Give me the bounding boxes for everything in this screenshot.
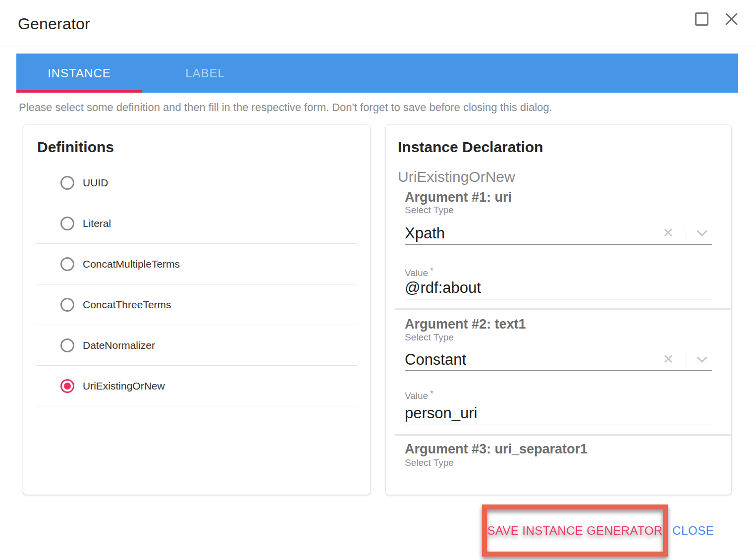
argument-1-heading: Argument #1: uri (405, 190, 512, 205)
argument-section-divider (395, 434, 731, 436)
required-asterisk: * (430, 266, 433, 276)
argument-2-value-label: Value* (405, 389, 433, 401)
select-divider (686, 225, 686, 241)
argument-3-select-type-label: Select Type (405, 457, 454, 468)
maximize-icon[interactable] (695, 12, 708, 26)
definition-option-datenormalizer[interactable]: DateNormalizer (36, 325, 357, 366)
definition-option-uriexistingornew[interactable]: UriExistingOrNew (36, 366, 357, 406)
argument-3-heading: Argument #3: uri_separator1 (405, 442, 588, 457)
argument-2-type-value: Constant (405, 351, 662, 369)
definition-label: UriExistingOrNew (83, 380, 165, 392)
save-instance-generator-button[interactable]: SAVE INSTANCE GENERATOR (487, 524, 662, 538)
definitions-title: Definitions (37, 139, 114, 156)
tab-instance-label: INSTANCE (48, 66, 111, 80)
argument-1-value-label: Value* (405, 266, 433, 279)
argument-section-divider (395, 308, 731, 310)
tab-label[interactable]: LABEL (142, 54, 268, 93)
argument-2-select-type-label: Select Type (405, 332, 454, 343)
radio-unselected-icon[interactable] (60, 257, 74, 271)
definition-option-concatmultipleterms[interactable]: ConcatMultipleTerms (36, 244, 357, 284)
required-asterisk: * (430, 389, 433, 398)
dialog-title: Generator (18, 15, 90, 33)
argument-2-heading: Argument #2: text1 (405, 317, 526, 332)
generator-dialog: Generator INSTANCE LABEL Please select s… (0, 0, 756, 560)
argument-2-value-input[interactable]: person_uri (405, 404, 712, 425)
definition-label: UUID (83, 177, 108, 189)
generator-name: UriExistingOrNew (398, 168, 515, 185)
clear-icon[interactable]: ✕ (662, 353, 674, 366)
header-divider (0, 47, 756, 47)
radio-unselected-icon[interactable] (60, 338, 74, 352)
radio-unselected-icon[interactable] (60, 176, 74, 190)
tab-instance[interactable]: INSTANCE (16, 54, 142, 93)
radio-selected-icon[interactable] (60, 379, 74, 393)
definition-label: DateNormalizer (83, 339, 155, 351)
definition-label: ConcatThreeTerms (83, 299, 171, 311)
tab-label-label: LABEL (185, 66, 225, 80)
tab-bar: INSTANCE LABEL (16, 54, 738, 93)
instance-declaration-card: Instance Declaration UriExistingOrNew Ar… (386, 125, 731, 495)
dialog-instructions: Please select some definition and then f… (19, 101, 552, 114)
chevron-down-icon[interactable] (696, 356, 708, 363)
definitions-card: Definitions UUID Literal ConcatMultipleT… (23, 125, 370, 495)
definition-option-concatthreeterms[interactable]: ConcatThreeTerms (36, 284, 357, 325)
argument-2-type-select[interactable]: Constant ✕ (405, 349, 712, 371)
clear-icon[interactable]: ✕ (662, 226, 674, 240)
close-button[interactable]: CLOSE (672, 524, 714, 538)
radio-unselected-icon[interactable] (60, 298, 74, 312)
definition-label: ConcatMultipleTerms (83, 258, 180, 270)
instance-declaration-title: Instance Declaration (398, 139, 543, 156)
definitions-list: UUID Literal ConcatMultipleTerms ConcatT… (23, 163, 370, 406)
definition-option-literal[interactable]: Literal (36, 203, 357, 244)
radio-unselected-icon[interactable] (60, 217, 74, 230)
select-divider (686, 352, 686, 368)
chevron-down-icon[interactable] (696, 229, 708, 237)
close-icon[interactable] (725, 12, 738, 26)
definition-label: Literal (83, 218, 111, 229)
argument-1-value-input[interactable]: @rdf:about (405, 279, 712, 299)
annotation-highlight-box: SAVE INSTANCE GENERATOR (482, 504, 668, 557)
argument-1-type-select[interactable]: Xpath ✕ (405, 222, 712, 245)
definition-option-uuid[interactable]: UUID (36, 163, 357, 203)
argument-1-select-type-label: Select Type (405, 205, 454, 216)
argument-1-type-value: Xpath (405, 224, 662, 242)
